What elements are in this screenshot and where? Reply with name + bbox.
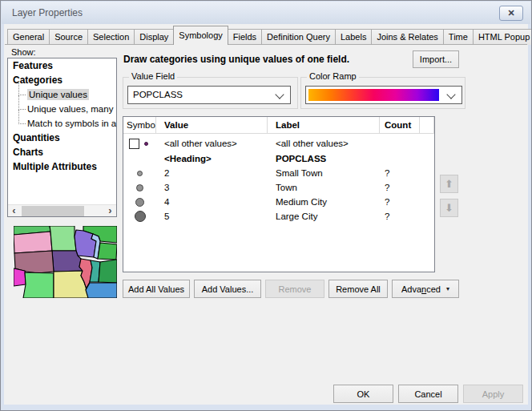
- panel-heading: Draw categories using unique values of o…: [123, 54, 404, 65]
- add-values-button[interactable]: Add Values...: [194, 280, 261, 298]
- close-icon[interactable]: ✕: [499, 6, 523, 21]
- map-region: [98, 243, 117, 260]
- table-row[interactable]: 5 Large City ?: [123, 209, 434, 224]
- value-field-label: Value Field: [129, 71, 177, 81]
- symbol-table: Symbol Value Label Count <all other valu…: [123, 116, 435, 272]
- map-region: [14, 268, 26, 286]
- map-region: [99, 260, 117, 283]
- column-value: Value: [156, 117, 268, 133]
- tab-baseline: [5, 44, 527, 45]
- tab-html-popup[interactable]: HTML Popup: [473, 29, 532, 45]
- window-title: Layer Properties: [12, 2, 83, 24]
- tab-definition-query[interactable]: Definition Query: [261, 29, 336, 45]
- tab-time[interactable]: Time: [443, 29, 474, 45]
- advanced-button[interactable]: Advanced ▾: [392, 280, 459, 298]
- scrollbar-thumb[interactable]: [22, 206, 84, 216]
- map-region: [86, 283, 117, 298]
- tab-source[interactable]: Source: [49, 29, 88, 45]
- down-arrow-icon: ⬇: [445, 202, 453, 214]
- tree-item-multiple-attributes[interactable]: Multiple Attributes: [8, 159, 116, 174]
- tree-item-match-to-symbols[interactable]: Match to symbols in a: [8, 116, 116, 131]
- map-region: [23, 272, 54, 298]
- show-tree: Features Categories Unique values Unique…: [7, 58, 117, 217]
- column-count: Count: [380, 117, 420, 133]
- all-other-values-dot-icon: [144, 142, 148, 146]
- caret-down-icon: ▾: [446, 285, 449, 292]
- tree-item-features[interactable]: Features: [8, 58, 116, 73]
- up-arrow-icon: ⬆: [445, 178, 453, 190]
- tab-strip: General Source Selection Display Symbolo…: [7, 27, 532, 45]
- tab-joins-relates[interactable]: Joins & Relates: [371, 29, 443, 45]
- scroll-right-icon[interactable]: ›: [104, 205, 116, 217]
- apply-button[interactable]: Apply: [463, 385, 523, 403]
- map-region: [50, 226, 76, 251]
- graduated-symbol-dot: [136, 184, 143, 191]
- table-row[interactable]: <Heading> POPCLASS: [123, 151, 434, 166]
- graduated-symbol-dot: [135, 211, 146, 222]
- column-symbol: Symbol: [123, 117, 156, 133]
- tree-item-quantities[interactable]: Quantities: [8, 131, 116, 145]
- table-row[interactable]: 2 Small Town ?: [123, 166, 434, 180]
- color-ramp-label: Color Ramp: [307, 71, 359, 81]
- layer-properties-dialog: Layer Properties ✕ General Source Select…: [0, 0, 532, 411]
- color-ramp-dropdown[interactable]: [305, 86, 462, 104]
- remove-all-button[interactable]: Remove All: [328, 280, 388, 298]
- all-other-values-checkbox[interactable]: [129, 139, 139, 149]
- tab-selection[interactable]: Selection: [87, 29, 135, 45]
- value-field-value: POPCLASS: [133, 87, 183, 103]
- tab-general[interactable]: General: [7, 29, 50, 45]
- value-field-group: Value Field POPCLASS: [123, 77, 298, 109]
- import-button[interactable]: Import...: [413, 50, 459, 68]
- map-region: [14, 232, 52, 253]
- tab-fields[interactable]: Fields: [228, 29, 262, 45]
- graduated-symbol-dot: [137, 171, 143, 176]
- tab-symbology[interactable]: Symbology: [173, 26, 228, 45]
- color-ramp-group: Color Ramp: [300, 77, 466, 109]
- add-all-values-button[interactable]: Add All Values: [123, 280, 190, 298]
- tab-labels[interactable]: Labels: [335, 29, 372, 45]
- title-bar[interactable]: Layer Properties ✕: [2, 2, 530, 24]
- remove-button[interactable]: Remove: [265, 280, 324, 298]
- map-preview-svg: [14, 226, 117, 298]
- dialog-content: General Source Selection Display Symbolo…: [4, 24, 528, 405]
- chevron-down-icon: [275, 90, 284, 99]
- chevron-down-icon: [446, 90, 455, 99]
- tree-item-charts[interactable]: Charts: [8, 145, 116, 159]
- map-preview: [14, 226, 117, 298]
- table-row[interactable]: <all other values> <all other values>: [123, 135, 434, 151]
- cancel-button[interactable]: Cancel: [398, 385, 458, 403]
- show-label: Show:: [11, 47, 36, 57]
- color-ramp-gradient: [308, 89, 439, 101]
- table-row[interactable]: 3 Town ?: [123, 180, 434, 195]
- move-down-button[interactable]: ⬇: [440, 199, 458, 217]
- table-row[interactable]: 4 Medium City ?: [123, 195, 434, 209]
- scroll-left-icon[interactable]: ‹: [8, 205, 20, 217]
- column-label: Label: [268, 117, 380, 133]
- tree-horizontal-scrollbar[interactable]: ‹ ›: [8, 204, 116, 216]
- value-field-dropdown[interactable]: POPCLASS: [127, 86, 291, 104]
- table-header: Symbol Value Label Count: [123, 117, 434, 134]
- graduated-symbol-dot: [135, 198, 144, 207]
- move-up-button[interactable]: ⬆: [440, 175, 458, 193]
- tab-display[interactable]: Display: [134, 29, 174, 45]
- ok-button[interactable]: OK: [333, 385, 393, 403]
